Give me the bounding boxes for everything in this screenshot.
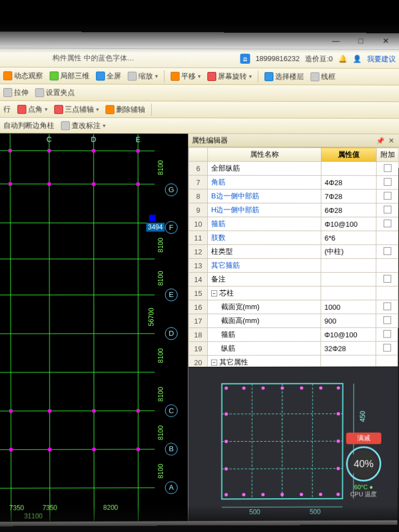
property-name[interactable]: H边一侧中部筋 xyxy=(208,203,321,217)
point-angle-button[interactable]: 点角▾ xyxy=(15,103,50,115)
set-grip-button[interactable]: 设置夹点 xyxy=(33,86,77,99)
property-row[interactable]: 6全部纵筋 xyxy=(189,161,399,176)
zoom-button[interactable]: 缩放▾ xyxy=(126,70,160,82)
property-name[interactable]: 箍筋 xyxy=(207,328,320,341)
collapse-icon[interactable]: − xyxy=(211,290,217,296)
checkbox-icon[interactable] xyxy=(383,164,391,172)
checkbox-icon[interactable] xyxy=(383,344,391,351)
checkbox-icon[interactable] xyxy=(383,275,391,283)
property-value[interactable]: 6*6 xyxy=(321,231,376,245)
extra-checkbox-cell[interactable] xyxy=(376,190,398,203)
user-phone[interactable]: 18999816232 xyxy=(255,54,300,63)
extra-checkbox-cell[interactable] xyxy=(376,217,398,231)
section-preview[interactable]: 450 450 500 500 满减 40% 60°C ● CPU 温度 xyxy=(188,366,398,521)
extra-checkbox-cell[interactable] xyxy=(376,286,398,300)
property-value[interactable] xyxy=(321,286,376,300)
extra-checkbox-cell[interactable] xyxy=(376,300,398,314)
close-button[interactable]: ✕ xyxy=(373,33,398,49)
select-floor-button[interactable]: 选择楼层 xyxy=(262,70,306,83)
col-name[interactable]: 属性名称 xyxy=(208,147,321,161)
checkbox-icon[interactable] xyxy=(383,330,391,337)
property-value[interactable] xyxy=(321,259,376,273)
stretch-button[interactable]: 拉伸 xyxy=(1,86,31,98)
extra-checkbox-cell[interactable] xyxy=(376,245,398,259)
property-row[interactable]: 12柱类型(中柱) xyxy=(189,244,398,258)
extra-checkbox-cell[interactable] xyxy=(376,176,398,190)
check-annot-button[interactable]: 查改标注▾ xyxy=(59,119,108,131)
extra-checkbox-cell[interactable] xyxy=(376,355,398,367)
three-point-axis-button[interactable]: 三点辅轴▾ xyxy=(52,103,101,115)
property-row[interactable]: 13其它箍筋 xyxy=(189,258,398,272)
property-name[interactable]: 角筋 xyxy=(208,175,321,189)
property-row[interactable]: 9H边一侧中部筋6Φ28 xyxy=(189,203,398,217)
fullscreen-button[interactable]: 全屏 xyxy=(94,70,123,82)
property-row[interactable]: 17截面高(mm)900 xyxy=(188,314,398,328)
checkbox-icon[interactable] xyxy=(383,178,391,186)
property-name[interactable]: 纵筋 xyxy=(207,341,320,355)
extra-checkbox-cell[interactable] xyxy=(376,273,398,287)
checkbox-icon[interactable] xyxy=(383,219,391,227)
extra-checkbox-cell[interactable] xyxy=(376,259,398,273)
checkbox-icon[interactable] xyxy=(383,192,391,200)
property-row[interactable]: 14备注 xyxy=(188,272,398,286)
property-value[interactable]: Φ10@100 xyxy=(321,328,376,341)
col-extra[interactable]: 附加 xyxy=(376,148,398,162)
drawing-canvas[interactable]: G F E D C B A C D E 8100 8100 8100 56700… xyxy=(0,134,188,522)
panel-close-icon[interactable]: ✕ xyxy=(388,136,395,145)
collapse-icon[interactable]: − xyxy=(211,360,217,366)
property-name[interactable]: −芯柱 xyxy=(207,286,321,300)
property-row[interactable]: 16截面宽(mm)1000 xyxy=(188,300,398,314)
property-value[interactable]: 4Φ28 xyxy=(321,176,376,190)
property-value[interactable]: 900 xyxy=(321,314,376,328)
property-value[interactable]: 32Φ28 xyxy=(321,341,376,355)
property-name[interactable]: 截面高(mm) xyxy=(207,314,320,328)
property-value[interactable]: 7Φ28 xyxy=(321,190,376,203)
maximize-button[interactable]: □ xyxy=(348,33,373,48)
property-row[interactable]: 15−芯柱 xyxy=(188,286,398,300)
property-name[interactable]: 肢数 xyxy=(208,231,321,244)
property-name[interactable]: B边一侧中部筋 xyxy=(208,189,321,203)
pan-button[interactable]: 平移▾ xyxy=(168,70,203,82)
col-rownum[interactable] xyxy=(189,147,208,161)
property-name[interactable]: 箍筋 xyxy=(208,217,321,231)
extra-checkbox-cell[interactable] xyxy=(376,341,398,355)
property-row[interactable]: 18箍筋Φ10@100 xyxy=(188,328,398,341)
property-name[interactable]: 柱类型 xyxy=(208,244,321,258)
dyn-observe-button[interactable]: 动态观察 xyxy=(1,69,45,81)
property-value[interactable]: Φ10@100 xyxy=(321,217,376,231)
extra-checkbox-cell[interactable] xyxy=(376,203,398,217)
system-monitor-overlay[interactable]: 满减 40% 60°C ● CPU 温度 xyxy=(346,432,381,498)
extra-checkbox-cell[interactable] xyxy=(376,314,398,328)
property-table-wrap[interactable]: 属性名称 属性值 附加 6全部纵筋7角筋4Φ288B边一侧中部筋7Φ289H边一… xyxy=(188,147,399,366)
property-row[interactable]: 7角筋4Φ28 xyxy=(189,175,398,190)
property-row[interactable]: 8B边一侧中部筋7Φ28 xyxy=(189,189,398,203)
property-value[interactable]: 6Φ28 xyxy=(321,203,376,217)
panel-header[interactable]: 属性编辑器 📌 ✕ xyxy=(188,134,399,147)
auto-corner-col-button[interactable]: 自动判断边角柱 xyxy=(1,119,57,131)
property-name[interactable]: 备注 xyxy=(207,273,321,287)
user-icon[interactable]: ⩍ xyxy=(240,53,250,63)
property-name[interactable]: 全部纵筋 xyxy=(208,161,321,175)
extra-checkbox-cell[interactable] xyxy=(376,328,398,341)
suggest-link[interactable]: 我要建议 xyxy=(367,54,396,64)
property-value[interactable] xyxy=(321,273,376,287)
screen-rotate-button[interactable]: 屏幕旋转▾ xyxy=(205,70,254,82)
property-row[interactable]: 20−其它属性 xyxy=(188,355,397,367)
pin-icon[interactable]: 📌 xyxy=(376,137,385,145)
promo-chip[interactable]: 满减 xyxy=(346,432,382,444)
checkbox-icon[interactable] xyxy=(383,302,391,310)
extra-checkbox-cell[interactable] xyxy=(376,231,398,245)
property-value[interactable] xyxy=(321,162,376,176)
extra-checkbox-cell[interactable] xyxy=(376,162,398,176)
checkbox-icon[interactable] xyxy=(383,247,391,255)
row-button[interactable]: 行 xyxy=(1,103,13,115)
col-value[interactable]: 属性值 xyxy=(321,147,377,161)
property-value[interactable] xyxy=(321,355,376,367)
property-row[interactable]: 10箍筋Φ10@100 xyxy=(189,217,398,231)
property-name[interactable]: 截面宽(mm) xyxy=(207,300,320,314)
property-name[interactable]: −其它属性 xyxy=(207,355,320,367)
property-row[interactable]: 19纵筋32Φ28 xyxy=(188,341,397,355)
checkbox-icon[interactable] xyxy=(383,316,391,324)
bell-icon[interactable]: 🔔 xyxy=(338,55,347,63)
wireframe-button[interactable]: 线框 xyxy=(308,70,337,83)
